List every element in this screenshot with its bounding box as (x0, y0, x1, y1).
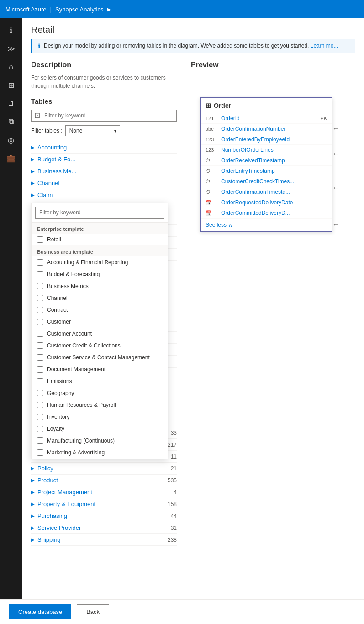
table-item-property[interactable]: ▶ Property & Equipment 158 (31, 498, 177, 510)
dropdown-item-customer[interactable]: Customer (32, 316, 168, 328)
table-count-party: 217 (168, 442, 177, 448)
field-type-clock1: ⏱ (206, 158, 218, 163)
checkbox-geography[interactable] (37, 390, 43, 396)
dropdown-item-label-marketing: Marketing & Advertising (47, 449, 105, 456)
checkbox-retail[interactable] (37, 236, 43, 243)
table-item-channel[interactable]: ▶ Channel (31, 177, 177, 189)
dropdown-search-input[interactable] (35, 207, 164, 219)
order-field-received: ⏱ OrderReceivedTimestamp (201, 155, 332, 166)
dropdown-item-emissions[interactable]: Emissions (32, 375, 168, 387)
dropdown-item-marketing[interactable]: Marketing & Advertising (32, 447, 168, 459)
sidebar-document-icon[interactable]: 🗋 (3, 95, 19, 112)
dropdown-item-contract[interactable]: Contract (32, 304, 168, 316)
banner-text: Design your model by adding or removing … (44, 43, 338, 49)
order-field-orderid: 121 OrderId PK (201, 113, 332, 124)
table-item-project-mgmt[interactable]: ▶ Project Management 4 (31, 486, 177, 498)
sidebar: ℹ ≫ ⌂ ⊞ 🗋 ⧉ ◎ 💼 (0, 18, 22, 624)
table-count-product: 535 (168, 477, 177, 484)
filter-dropdown: Enterprise template Retail Business area… (31, 203, 168, 459)
checkbox-customer-credit[interactable] (37, 342, 43, 349)
dropdown-item-label-manufacturing: Manufacturing (Continuous) (47, 437, 115, 444)
sidebar-grid-icon[interactable]: ⊞ (3, 77, 19, 93)
checkbox-business-metrics[interactable] (37, 283, 43, 289)
dropdown-item-channel[interactable]: Channel (32, 292, 168, 304)
table-item-policy[interactable]: ▶ Policy 21 (31, 463, 177, 475)
table-item-shipping[interactable]: ▶ Shipping 238 (31, 534, 177, 546)
keyword-filter-input[interactable] (31, 110, 177, 122)
checkbox-customer-account[interactable] (37, 331, 43, 337)
field-name-delivery-committed: OrderCommittedDeliveryD... (221, 210, 327, 216)
learn-more-link[interactable]: Learn mo... (311, 43, 338, 49)
dropdown-item-inventory[interactable]: Inventory (32, 411, 168, 423)
table-item-accounting[interactable]: ▶ Accounting ... (31, 142, 177, 154)
checkbox-customer-service[interactable] (37, 354, 43, 361)
arrow-right-3: ← (332, 184, 339, 192)
field-type-clock2: ⏱ (206, 168, 218, 174)
dropdown-item-label-customer: Customer (47, 319, 71, 325)
dropdown-item-customer-credit[interactable]: Customer Credit & Collections (32, 340, 168, 352)
checkbox-manufacturing[interactable] (37, 437, 43, 444)
enterprise-section-label: Enterprise template (32, 223, 168, 234)
table-name-service-provider: Service Provider (37, 524, 171, 531)
checkbox-document[interactable] (37, 366, 43, 373)
see-less-link[interactable]: See less ∧ (206, 222, 327, 228)
dropdown-item-customer-account[interactable]: Customer Account (32, 328, 168, 340)
sidebar-analytics-icon[interactable]: ◎ (3, 132, 19, 148)
field-name-credit-check: CustomerCreditCheckTimes... (221, 178, 327, 185)
sidebar-briefcase-icon[interactable]: 💼 (3, 150, 19, 166)
dropdown-item-geography[interactable]: Geography (32, 387, 168, 399)
dropdown-item-accounting[interactable]: Accounting & Financial Reporting (32, 256, 168, 268)
dropdown-item-manufacturing[interactable]: Manufacturing (Continuous) (32, 435, 168, 447)
checkbox-marketing[interactable] (37, 449, 43, 456)
sidebar-layers-icon[interactable]: ⧉ (3, 113, 19, 130)
table-item-service-provider[interactable]: ▶ Service Provider 31 (31, 522, 177, 534)
table-chevron-icon: ▶ (31, 525, 35, 530)
dropdown-item-business-metrics[interactable]: Business Metrics (32, 280, 168, 292)
business-area-section-label: Business area template (32, 245, 168, 256)
sidebar-info-icon[interactable]: ℹ (3, 22, 19, 38)
order-field-entry: ⏱ OrderEntryTimestamp (201, 166, 332, 176)
checkbox-accounting[interactable] (37, 259, 43, 266)
dropdown-item-loyalty[interactable]: Loyalty (32, 423, 168, 435)
dropdown-item-budget[interactable]: Budget & Forecasting (32, 268, 168, 280)
table-item-claim[interactable]: ▶ Claim (31, 189, 177, 201)
back-button[interactable]: Back (77, 604, 109, 619)
table-count-policy: 21 (171, 465, 177, 472)
dropdown-item-label-budget: Budget & Forecasting (47, 271, 100, 277)
table-item-purchasing[interactable]: ▶ Purchasing 44 (31, 510, 177, 522)
sidebar-home-icon[interactable]: ⌂ (3, 59, 19, 75)
content-area: Description For sellers of consumer good… (22, 61, 364, 612)
see-less-chevron-icon: ∧ (228, 222, 232, 228)
top-bar-separator: | (50, 6, 52, 13)
checkbox-hr[interactable] (37, 402, 43, 408)
dropdown-scroll-area[interactable]: Enterprise template Retail Business area… (32, 223, 168, 459)
table-name-accounting: Accounting ... (37, 144, 177, 151)
table-item-business-metrics[interactable]: ▶ Business Me... (31, 165, 177, 177)
dropdown-item-label-emissions: Emissions (47, 378, 72, 384)
table-chevron-icon: ▶ (31, 490, 35, 495)
checkbox-emissions[interactable] (37, 378, 43, 384)
table-name-claim: Claim (37, 192, 177, 198)
checkbox-channel[interactable] (37, 295, 43, 301)
arrow-right-2: ← (332, 150, 339, 157)
checkbox-budget[interactable] (37, 271, 43, 277)
dropdown-item-label-business-metrics: Business Metrics (47, 283, 89, 289)
checkbox-contract[interactable] (37, 307, 43, 313)
sidebar-expand-icon[interactable]: ≫ (3, 40, 19, 57)
dropdown-item-retail[interactable]: Retail (32, 234, 168, 245)
dropdown-item-customer-service[interactable]: Customer Service & Contact Management (32, 352, 168, 363)
checkbox-customer[interactable] (37, 319, 43, 325)
table-name-project-mgmt: Project Management (37, 489, 174, 496)
create-database-button[interactable]: Create database (22, 604, 71, 619)
table-item-product[interactable]: ▶ Product 535 (31, 475, 177, 486)
dropdown-item-document[interactable]: Document Management (32, 363, 168, 375)
filter-select[interactable]: None (65, 125, 120, 136)
checkbox-loyalty[interactable] (37, 426, 43, 432)
order-card: ⊞ Order 121 OrderId PK abc OrderConfirma… (200, 97, 332, 232)
dropdown-item-label-contract: Contract (47, 307, 68, 313)
checkbox-inventory[interactable] (37, 414, 43, 420)
dropdown-item-hr[interactable]: Human Resources & Payroll (32, 399, 168, 411)
order-card-header: ⊞ Order (201, 98, 332, 113)
table-item-budget[interactable]: ▶ Budget & Fo... (31, 154, 177, 165)
top-bar: Microsoft Azure | Synapse Analytics ▶ (0, 0, 364, 18)
